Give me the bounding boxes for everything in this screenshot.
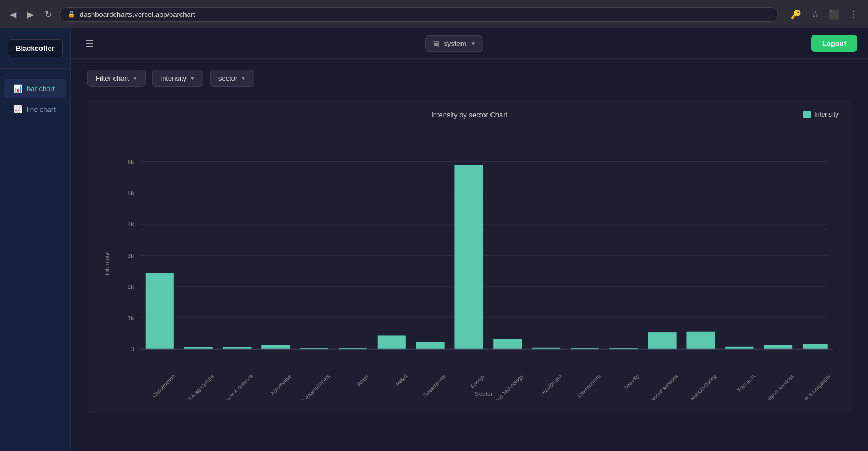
x-label-support: Support services	[762, 373, 795, 400]
bar-aerospace	[223, 347, 251, 350]
sector-filter-button[interactable]: sector ▼	[210, 70, 254, 87]
bar-chart-svg: 0 1k 2k 3k 4k 5k 6k Intensity Sector	[98, 128, 841, 400]
svg-text:Intensity: Intensity	[104, 252, 110, 275]
chart-area: Filter chart ▼ intensity ▼ sector ▼ inte…	[71, 59, 868, 451]
svg-text:4k: 4k	[128, 221, 134, 227]
nav-refresh-button[interactable]: ↻	[41, 7, 55, 22]
logo: Blackcoffer	[8, 39, 63, 57]
top-bar: ☰ ▣ system ▼ Logout	[71, 28, 868, 59]
line-chart-icon: 📈	[13, 105, 22, 113]
svg-text:6k: 6k	[128, 159, 134, 165]
chart-svg-wrapper: 0 1k 2k 3k 4k 5k 6k Intensity Sector	[98, 128, 841, 402]
legend-label: Intensity	[814, 111, 839, 118]
sector-chevron-icon: ▼	[241, 75, 246, 81]
bar-construction	[146, 273, 174, 349]
bar-food-agriculture	[184, 347, 213, 349]
x-label-manufacturing: Manufacturing	[689, 373, 717, 400]
bar-transport	[725, 347, 753, 349]
chart-title: intensity by sector Chart	[98, 111, 841, 119]
x-label-construction: Construction	[151, 373, 177, 399]
url-text: dashboardcharts.vercel.app/barchart	[80, 10, 195, 19]
x-label-aerospace: Aerospace & defence	[213, 373, 254, 400]
x-label-tourism: Tourism & hospitality	[793, 373, 832, 400]
menu-button[interactable]: ⋮	[846, 7, 861, 22]
address-bar[interactable]: 🔒 dashboardcharts.vercel.app/barchart	[59, 7, 779, 22]
system-menu[interactable]: ▣ system ▼	[425, 35, 483, 52]
main-content: ☰ ▣ system ▼ Logout Filter chart ▼ inten…	[71, 28, 868, 451]
x-label-healthcare: Healthcare	[540, 373, 563, 396]
filter-chart-chevron-icon: ▼	[132, 75, 137, 81]
system-chevron-icon: ▼	[471, 40, 476, 46]
extensions-button[interactable]: 🔑	[787, 7, 805, 22]
sector-filter-label: sector	[218, 74, 237, 82]
x-label-environment: Environment	[576, 373, 602, 399]
chart-legend: Intensity	[803, 111, 839, 118]
nav-items: 📊 bar chart 📈 line chart	[0, 69, 70, 129]
legend-color-swatch	[803, 111, 811, 118]
svg-text:1k: 1k	[128, 315, 134, 321]
nav-forward-button[interactable]: ▶	[24, 7, 37, 22]
bar-government	[416, 342, 445, 350]
filter-bar: Filter chart ▼ intensity ▼ sector ▼	[87, 70, 852, 87]
chart-container: intensity by sector Chart Intensity	[87, 100, 852, 413]
svg-text:0: 0	[131, 346, 134, 352]
logout-button[interactable]: Logout	[811, 35, 857, 52]
svg-text:3k: 3k	[128, 252, 134, 259]
bar-energy	[454, 165, 483, 349]
filter-chart-button[interactable]: Filter chart ▼	[87, 70, 146, 87]
svg-text:2k: 2k	[128, 284, 134, 290]
browser-actions: 🔑 ☆ ⬛ ⋮	[787, 7, 861, 22]
x-label-financial: Financial services	[644, 373, 679, 400]
sidebar-item-line-chart-label: line chart	[27, 105, 56, 113]
x-label-water: Water	[356, 373, 370, 388]
bar-chart-icon: 📊	[13, 84, 22, 93]
x-label-transport: Transport	[736, 373, 757, 394]
bar-automotive	[261, 345, 290, 349]
intensity-filter-button[interactable]: intensity ▼	[152, 70, 203, 87]
x-label-automotive: Automotive	[269, 373, 292, 396]
bookmark-button[interactable]: ☆	[808, 7, 822, 22]
x-label-food-agriculture: Food & agriculture	[180, 373, 215, 400]
nav-back-button[interactable]: ◀	[7, 7, 20, 22]
bar-retail	[378, 335, 406, 349]
browser-chrome: ◀ ▶ ↻ 🔒 dashboardcharts.vercel.app/barch…	[0, 0, 868, 28]
x-label-security: Security	[622, 373, 640, 391]
intensity-filter-label: intensity	[160, 74, 187, 82]
bar-support	[764, 345, 792, 349]
app-layout: Blackcoffer 📊 bar chart 📈 line chart ☰ ▣…	[0, 28, 868, 451]
hamburger-button[interactable]: ☰	[82, 34, 97, 53]
extensions2-button[interactable]: ⬛	[825, 7, 843, 22]
bar-financial	[648, 332, 677, 349]
filter-chart-label: Filter chart	[95, 74, 129, 82]
logo-area: Blackcoffer	[0, 34, 70, 69]
svg-text:5k: 5k	[128, 190, 134, 196]
x-label-media: Media & entertainment	[289, 373, 331, 400]
svg-text:Sector: Sector	[475, 390, 493, 397]
x-label-government: Government	[422, 373, 447, 398]
x-label-energy: Energy	[469, 373, 486, 389]
x-label-retail: Retail	[394, 373, 409, 387]
bar-manufacturing	[686, 332, 715, 350]
sidebar-item-bar-chart-label: bar chart	[27, 85, 55, 93]
bar-it	[493, 339, 522, 349]
sidebar-item-line-chart[interactable]: 📈 line chart	[4, 99, 66, 119]
bar-tourism	[803, 344, 828, 349]
sidebar-item-bar-chart[interactable]: 📊 bar chart	[4, 79, 66, 98]
sidebar: Blackcoffer 📊 bar chart 📈 line chart	[0, 28, 71, 451]
system-label: system	[444, 39, 466, 47]
system-icon: ▣	[432, 39, 439, 48]
lock-icon: 🔒	[68, 11, 75, 18]
intensity-chevron-icon: ▼	[190, 75, 195, 81]
